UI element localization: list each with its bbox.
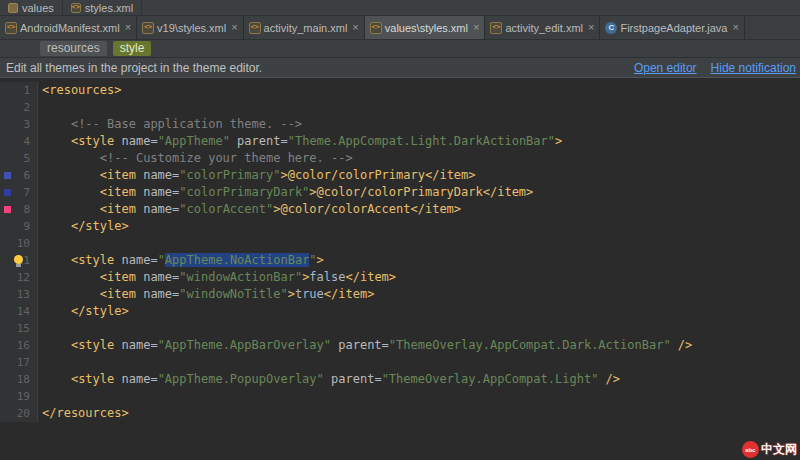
code-line: 20</resources> <box>0 405 800 422</box>
code-text[interactable] <box>38 388 42 405</box>
tab-close-icon[interactable]: × <box>473 22 479 33</box>
gutter-cell: 16 <box>0 337 38 354</box>
editor-tab[interactable]: <>activity_main.xml× <box>244 16 365 39</box>
editor-tab[interactable]: <>v19\styles.xml× <box>137 16 244 39</box>
tab-close-icon[interactable]: × <box>231 22 237 33</box>
code-text[interactable]: <!-- Customize your theme here. --> <box>38 150 353 167</box>
gutter-cell: 18 <box>0 371 38 388</box>
breadcrumb-item-styles-xml[interactable]: <>styles.xml <box>63 0 142 15</box>
navigation-bar: values<>styles.xml <box>0 0 800 16</box>
code-text[interactable]: <item name="colorAccent">@color/colorAcc… <box>38 201 461 218</box>
code-text[interactable] <box>38 235 42 252</box>
tab-label: AndroidManifest.xml <box>20 22 120 34</box>
breadcrumb-chip-bar: resourcesstyle <box>0 40 800 58</box>
open-editor-link[interactable]: Open editor <box>634 61 697 75</box>
tab-label: FirstpageAdapter.java <box>620 22 727 34</box>
line-number: 7 <box>23 186 30 199</box>
xml-file-icon: <> <box>370 22 382 34</box>
editor-tab-bar: <>AndroidManifest.xml×<>v19\styles.xml×<… <box>0 16 800 40</box>
code-text[interactable] <box>38 354 42 371</box>
java-class-icon: C <box>605 22 617 34</box>
code-line: 9 </style> <box>0 218 800 235</box>
editor-tab[interactable]: CFirstpageAdapter.java× <box>600 16 744 39</box>
breadcrumb-label: values <box>22 2 54 14</box>
tab-close-icon[interactable]: × <box>352 22 358 33</box>
color-swatch-icon[interactable] <box>4 206 11 213</box>
code-text[interactable]: <resources> <box>38 82 121 99</box>
color-swatch-icon[interactable] <box>4 172 11 179</box>
code-text[interactable]: </style> <box>38 303 129 320</box>
code-line: 4 <style name="AppTheme" parent="Theme.A… <box>0 133 800 150</box>
code-line: 3 <!-- Base application theme. --> <box>0 116 800 133</box>
gutter-cell: 1 <box>0 82 38 99</box>
line-number: 16 <box>17 339 30 352</box>
xml-file-icon: <> <box>71 3 81 13</box>
gutter-cell: 17 <box>0 354 38 371</box>
watermark-logo: abc 中文网 <box>742 441 797 458</box>
code-line: 10 <box>0 235 800 252</box>
code-text[interactable] <box>38 320 42 337</box>
line-number: 6 <box>23 169 30 182</box>
code-text[interactable]: <item name="windowActionBar">false</item… <box>38 269 396 286</box>
line-number: 18 <box>17 373 30 386</box>
code-line: 13 <item name="windowNoTitle">true</item… <box>0 286 800 303</box>
gutter-cell: 7 <box>0 184 38 201</box>
line-number: 5 <box>23 152 30 165</box>
code-line: 17 <box>0 354 800 371</box>
editor-content[interactable]: 1<resources>23 <!-- Base application the… <box>0 78 800 460</box>
gutter-cell: 19 <box>0 388 38 405</box>
tab-label: activity_main.xml <box>264 22 348 34</box>
code-text[interactable]: <item name="colorPrimaryDark">@color/col… <box>38 184 533 201</box>
gutter-cell: 9 <box>0 218 38 235</box>
line-number: 1 <box>23 84 30 97</box>
code-line: 11 <style name="AppTheme.NoActionBar"> <box>0 252 800 269</box>
editor-tab[interactable]: <>values\styles.xml× <box>365 16 486 39</box>
tab-close-icon[interactable]: × <box>732 22 738 33</box>
hide-notification-link[interactable]: Hide notification <box>711 61 796 75</box>
line-number: 3 <box>23 118 30 131</box>
gutter-cell: 8 <box>0 201 38 218</box>
code-text[interactable]: <style name="AppTheme.PopupOverlay" pare… <box>38 371 620 388</box>
code-text[interactable] <box>38 99 42 116</box>
watermark-text: 中文网 <box>761 441 797 458</box>
line-number: 12 <box>17 271 30 284</box>
watermark-badge-icon: abc <box>742 441 759 458</box>
code-text[interactable]: <item name="windowNoTitle">true</item> <box>38 286 374 303</box>
code-line: 6 <item name="colorPrimary">@color/color… <box>0 167 800 184</box>
gutter-cell: 2 <box>0 99 38 116</box>
line-number: 19 <box>17 390 30 403</box>
xml-file-icon: <> <box>490 22 502 34</box>
gutter-cell: 5 <box>0 150 38 167</box>
package-icon <box>8 3 18 13</box>
editor-tab[interactable]: <>AndroidManifest.xml× <box>0 16 137 39</box>
breadcrumb-item-values[interactable]: values <box>0 0 63 15</box>
code-text[interactable]: </style> <box>38 218 129 235</box>
code-text[interactable]: <item name="colorPrimary">@color/colorPr… <box>38 167 476 184</box>
line-number: 8 <box>23 203 30 216</box>
notification-message: Edit all themes in the project in the th… <box>6 61 634 75</box>
gutter-cell: 11 <box>0 252 38 269</box>
xml-file-icon: <> <box>142 22 154 34</box>
code-line: 15 <box>0 320 800 337</box>
breadcrumb-chip-style[interactable]: style <box>113 41 152 56</box>
tab-close-icon[interactable]: × <box>588 22 594 33</box>
color-swatch-icon[interactable] <box>4 189 11 196</box>
code-text[interactable]: <style name="AppTheme.AppBarOverlay" par… <box>38 337 692 354</box>
line-number: 9 <box>23 220 30 233</box>
gutter-cell: 10 <box>0 235 38 252</box>
code-text[interactable]: <!-- Base application theme. --> <box>38 116 302 133</box>
intention-bulb-icon[interactable] <box>14 255 23 264</box>
gutter-cell: 13 <box>0 286 38 303</box>
code-line: 14 </style> <box>0 303 800 320</box>
code-line: 5 <!-- Customize your theme here. --> <box>0 150 800 167</box>
tab-close-icon[interactable]: × <box>125 22 131 33</box>
code-text[interactable]: <style name="AppTheme" parent="Theme.App… <box>38 133 562 150</box>
code-text[interactable]: </resources> <box>38 405 129 422</box>
editor-tab[interactable]: <>activity_edit.xml× <box>485 16 600 39</box>
xml-file-icon: <> <box>249 22 261 34</box>
breadcrumb-chip-resources[interactable]: resources <box>40 41 107 56</box>
line-number: 14 <box>17 305 30 318</box>
code-text[interactable]: <style name="AppTheme.NoActionBar"> <box>38 252 324 269</box>
line-number: 15 <box>17 322 30 335</box>
line-number: 13 <box>17 288 30 301</box>
